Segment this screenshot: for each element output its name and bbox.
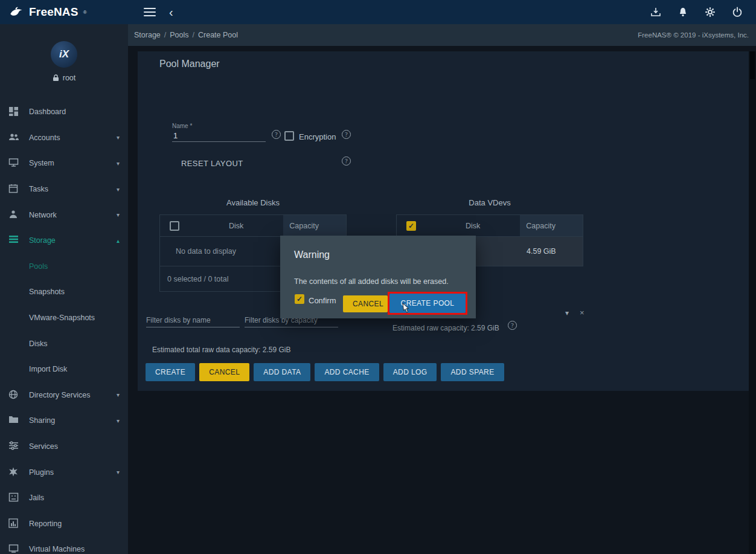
sidebar: iX root Dashboard Accounts ▾ — [0, 24, 128, 554]
sidebar-item-network[interactable]: Network ▾ — [0, 202, 128, 228]
available-capacity-header: Capacity — [283, 215, 346, 236]
sidebar-item-virtual-machines[interactable]: Virtual Machines — [0, 536, 128, 554]
available-select-all-checkbox[interactable] — [170, 221, 179, 231]
create-button[interactable]: CREATE — [146, 363, 195, 381]
vdevs-capacity-header: Capacity — [520, 215, 583, 236]
shark-logo-icon — [8, 5, 24, 19]
breadcrumb-create-pool[interactable]: Create Pool — [198, 31, 238, 39]
vdevs-disk-header: Disk — [426, 215, 520, 236]
sidebar-item-import-disk[interactable]: Import Disk — [0, 356, 128, 382]
brand-trademark: ® — [83, 10, 87, 15]
encryption-help-icon[interactable]: ? — [342, 130, 351, 139]
dialog-cancel-button[interactable]: CANCEL — [343, 295, 388, 312]
layout-help-icon[interactable]: ? — [342, 156, 351, 166]
breadcrumb-separator: / — [164, 31, 166, 39]
available-disks-title: Available Disks — [159, 198, 347, 207]
add-cache-button[interactable]: ADD CACHE — [315, 363, 379, 381]
sidebar-item-sharing[interactable]: Sharing ▾ — [0, 408, 128, 434]
network-icon — [8, 210, 19, 221]
dialog-message: The contents of all added disks will be … — [294, 277, 449, 286]
sidebar-item-dashboard[interactable]: Dashboard — [0, 99, 128, 125]
settings-gear-icon[interactable] — [705, 7, 716, 18]
form-actions: CREATE CANCEL ADD DATA ADD CACHE ADD LOG… — [146, 363, 504, 381]
storage-icon — [8, 235, 19, 246]
sidebar-label: Dashboard — [29, 108, 66, 116]
brand-name: FreeNAS — [29, 5, 78, 19]
sidebar-label: Jails — [29, 494, 44, 502]
power-icon[interactable] — [732, 7, 743, 18]
sidebar-item-system[interactable]: System ▾ — [0, 150, 128, 176]
sidebar-item-storage[interactable]: Storage ▴ — [0, 228, 128, 254]
vdev-remove-icon[interactable]: × — [580, 308, 585, 317]
menu-toggle-icon[interactable] — [144, 5, 156, 19]
scrollbar-thumb[interactable] — [750, 51, 755, 79]
encryption-label: Encryption — [299, 132, 336, 141]
sidebar-item-reporting[interactable]: Reporting — [0, 511, 128, 537]
jails-icon — [8, 492, 19, 503]
services-tune-icon — [8, 441, 19, 452]
sidebar-label: Disks — [29, 340, 48, 348]
collapse-chevron-icon[interactable]: ‹ — [169, 6, 173, 18]
create-pool-button[interactable]: CREATE POOL — [389, 294, 466, 313]
sidebar-item-snapshots[interactable]: Snapshots — [0, 279, 128, 305]
raw-capacity-help-icon[interactable]: ? — [508, 321, 517, 330]
freenas-logo: FreeNAS ® — [0, 5, 128, 19]
pool-manager-card: Pool Manager Name * 1 ? Encryption ? RES… — [138, 51, 749, 391]
chevron-down-icon: ▾ — [117, 211, 120, 218]
pool-name-label: Name * — [172, 123, 192, 129]
sidebar-label: Storage — [29, 236, 56, 245]
name-help-icon[interactable]: ? — [272, 130, 281, 139]
vdevs-select-all-checkbox[interactable]: ✓ — [406, 221, 416, 231]
pool-name-input[interactable]: 1 — [172, 130, 266, 142]
scrollbar[interactable] — [749, 51, 756, 554]
confirm-checkbox[interactable]: ✓ — [295, 294, 304, 304]
encryption-checkbox[interactable] — [284, 131, 294, 141]
sidebar-label: Services — [29, 442, 58, 451]
sharing-folder-icon — [8, 415, 19, 426]
profile-section: iX root — [0, 24, 128, 99]
sidebar-label: Accounts — [29, 134, 60, 142]
sidebar-label: Network — [29, 211, 57, 219]
sidebar-label: Reporting — [29, 520, 62, 528]
chevron-down-icon: ▾ — [117, 417, 120, 424]
sidebar-item-vmware-snapshots[interactable]: VMware-Snapshots — [0, 305, 128, 331]
ix-logo-avatar: iX — [51, 41, 77, 68]
cancel-button[interactable]: CANCEL — [199, 363, 249, 381]
copyright-text: FreeNAS® © 2019 - iXsystems, Inc. — [638, 31, 749, 39]
sidebar-item-plugins[interactable]: Plugins ▾ — [0, 459, 128, 485]
breadcrumb-pools[interactable]: Pools — [170, 31, 188, 39]
page-title: Pool Manager — [159, 59, 220, 69]
sidebar-item-jails[interactable]: Jails — [0, 485, 128, 511]
sidebar-menu: Dashboard Accounts ▾ System ▾ Tasks ▾ — [0, 99, 128, 554]
add-spare-button[interactable]: ADD SPARE — [441, 363, 504, 381]
chevron-down-icon: ▾ — [117, 186, 120, 193]
sidebar-item-tasks[interactable]: Tasks ▾ — [0, 176, 128, 202]
breadcrumb-bar: Storage / Pools / Create Pool FreeNAS® ©… — [128, 24, 756, 46]
chevron-down-icon: ▾ — [117, 134, 120, 141]
add-data-button[interactable]: ADD DATA — [254, 363, 310, 381]
add-log-button[interactable]: ADD LOG — [383, 363, 437, 381]
filter-capacity-underline — [245, 327, 338, 327]
topbar: FreeNAS ® ‹ — [0, 0, 756, 24]
sidebar-item-directory-services[interactable]: Directory Services ▾ — [0, 382, 128, 408]
system-icon — [8, 158, 19, 169]
available-empty-row: No data to display — [160, 247, 236, 256]
tasks-calendar-icon — [8, 184, 19, 195]
notifications-bell-icon[interactable] — [678, 7, 688, 18]
vdev-type-caret-icon[interactable]: ▾ — [565, 309, 569, 317]
sidebar-item-disks[interactable]: Disks — [0, 330, 128, 356]
directory-services-globe-icon — [8, 390, 19, 401]
feedback-icon[interactable] — [650, 7, 661, 18]
chevron-up-icon: ▴ — [117, 237, 120, 244]
breadcrumb-storage[interactable]: Storage — [134, 31, 161, 39]
sidebar-item-pools[interactable]: Pools — [0, 254, 128, 280]
sidebar-label: Plugins — [29, 468, 54, 477]
reset-layout-button[interactable]: RESET LAYOUT — [175, 155, 249, 172]
filter-name-input[interactable]: Filter disks by name — [146, 316, 211, 324]
virtual-machines-icon — [8, 544, 19, 554]
estimated-total-capacity: Estimated total raw data capacity: 2.59 … — [152, 346, 290, 354]
sidebar-item-accounts[interactable]: Accounts ▾ — [0, 125, 128, 151]
sidebar-item-services[interactable]: Services — [0, 434, 128, 460]
sidebar-label: Pools — [29, 262, 48, 271]
lock-icon — [53, 74, 59, 82]
